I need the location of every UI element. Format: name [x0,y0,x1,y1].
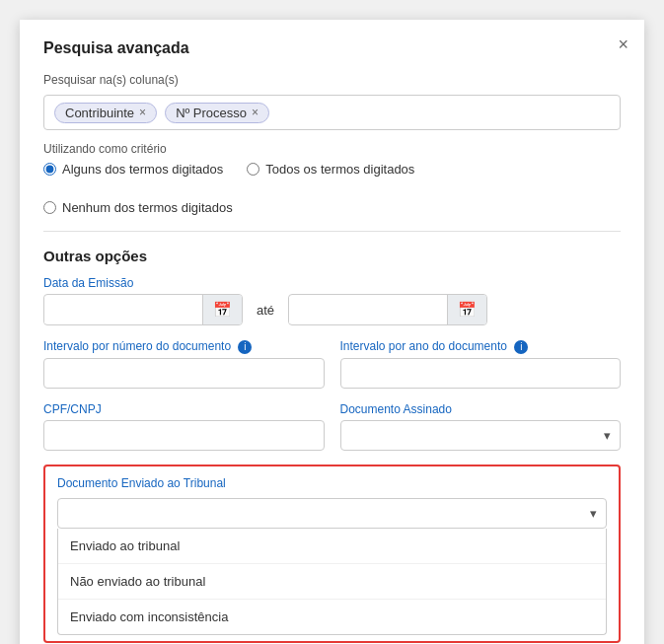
intervalo-ano-input[interactable] [340,358,622,389]
documento-assinado-field: Documento Assinado Sim Não ▾ [340,402,622,451]
cpf-assinado-row: CPF/CNPJ Documento Assinado Sim Não ▾ [43,402,621,451]
intervalo-ano-label: Intervalo por ano do documento i [340,339,622,354]
dropdown-item-nao-enviado[interactable]: Não enviado ao tribunal [58,564,606,600]
cpf-cnpj-field: CPF/CNPJ [43,402,325,451]
criteria-radio-none[interactable] [43,201,56,214]
tag-contribuinte: Contribuinte × [54,103,157,123]
documento-tribunal-section: Documento Enviado ao Tribunal ▾ Enviado … [43,465,621,643]
criteria-option-some[interactable]: Alguns dos termos digitados [43,162,223,177]
criteria-some-label: Alguns dos termos digitados [62,162,223,177]
criteria-radio-group: Alguns dos termos digitados Todos os ter… [43,162,621,215]
tag-contribuinte-close[interactable]: × [139,106,146,119]
documento-assinado-select[interactable]: Sim Não [340,420,622,451]
tag-contribuinte-label: Contribuinte [65,106,134,120]
intervalo-ano-field: Intervalo por ano do documento i [340,339,622,389]
intervalo-numero-input[interactable] [43,358,325,389]
ate-label: até [243,303,288,318]
documento-tribunal-input[interactable] [57,498,607,529]
date-to-calendar-button[interactable]: 📅 [447,295,486,324]
tag-numero-processo-label: Nº Processo [176,106,247,120]
intervalo-ano-info-icon: i [514,340,528,354]
search-columns-label: Pesquisar na(s) coluna(s) [43,73,621,87]
criteria-label: Utilizando como critério [43,142,621,156]
date-to-wrap: 📅 [288,294,487,325]
intervalo-numero-info-icon: i [238,340,252,354]
data-emissao-label: Data da Emissão [43,276,621,290]
documento-tribunal-label: Documento Enviado ao Tribunal [57,476,607,490]
tag-numero-processo: Nº Processo × [165,103,269,123]
intervalo-numero-field: Intervalo por número do documento i [43,339,325,389]
documento-assinado-select-wrap: Sim Não ▾ [340,420,622,451]
criteria-radio-some[interactable] [43,163,56,176]
tags-container: Contribuinte × Nº Processo × [43,95,621,130]
dropdown-item-enviado[interactable]: Enviado ao tribunal [58,529,606,564]
modal-title: Pesquisa avançada [43,39,621,57]
dropdown-item-inconsistencia[interactable]: Enviado com inconsistência [58,600,606,634]
criteria-option-all[interactable]: Todos os termos digitados [247,162,414,177]
documento-tribunal-dropdown-wrap: ▾ [57,498,607,529]
close-button[interactable]: × [618,36,628,53]
date-from-calendar-button[interactable]: 📅 [202,295,242,324]
documento-tribunal-dropdown-list: Enviado ao tribunal Não enviado ao tribu… [57,529,607,635]
cpf-cnpj-input[interactable] [43,420,325,451]
divider [43,231,621,232]
criteria-all-label: Todos os termos digitados [265,162,414,177]
intervalo-numero-label: Intervalo por número do documento i [43,339,325,354]
criteria-none-label: Nenhum dos termos digitados [62,200,233,215]
documento-assinado-label: Documento Assinado [340,402,622,416]
interval-row: Intervalo por número do documento i Inte… [43,339,621,389]
date-from-wrap: 📅 [43,294,243,325]
criteria-section: Utilizando como critério Alguns dos term… [43,142,621,215]
other-options-title: Outras opções [43,248,621,264]
date-emissao-row: 📅 até 📅 [43,294,621,325]
cpf-cnpj-label: CPF/CNPJ [43,402,325,416]
date-to-input[interactable] [289,297,447,323]
criteria-radio-all[interactable] [247,163,259,176]
advanced-search-modal: Pesquisa avançada × Pesquisar na(s) colu… [20,20,644,644]
date-from-input[interactable] [44,297,202,323]
tag-numero-processo-close[interactable]: × [252,106,258,119]
criteria-option-none[interactable]: Nenhum dos termos digitados [43,200,233,215]
